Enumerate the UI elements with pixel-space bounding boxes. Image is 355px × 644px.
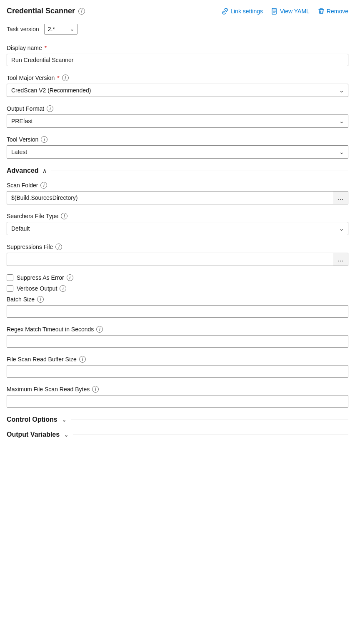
file-scan-read-buffer-size-label: File Scan Read Buffer Size	[7, 356, 77, 363]
yaml-icon	[271, 8, 278, 15]
maximum-file-scan-read-bytes-input[interactable]	[7, 395, 348, 408]
output-variables-section-header[interactable]: Output Variables ⌄	[7, 431, 348, 438]
link-settings-button[interactable]: Link settings	[222, 8, 263, 15]
scan-folder-input[interactable]	[7, 191, 333, 204]
file-scan-read-buffer-size-info-icon[interactable]: i	[79, 356, 86, 363]
verbose-output-checkbox[interactable]	[7, 285, 13, 292]
tool-major-version-info-icon[interactable]: i	[62, 75, 69, 81]
output-variables-section-line	[73, 435, 348, 435]
file-scan-read-buffer-size-group: File Scan Read Buffer Size i	[7, 356, 348, 378]
output-format-group: Output Format i PREfast TSV CSV ⌄	[7, 105, 348, 128]
remove-label: Remove	[327, 8, 348, 15]
searchers-file-type-select[interactable]: Default Custom	[7, 222, 348, 235]
link-settings-label: Link settings	[230, 8, 263, 15]
tool-major-version-select-wrapper: CredScan V2 (Recommended) CredScan V1 ⌄	[7, 84, 348, 97]
task-version-select-wrapper: 2.* 1.* 3.* ⌄	[44, 24, 78, 35]
searchers-file-type-info-icon[interactable]: i	[61, 213, 68, 219]
task-version-row: Task version 2.* 1.* 3.* ⌄	[7, 24, 348, 35]
output-format-select-wrapper: PREfast TSV CSV ⌄	[7, 114, 348, 128]
tool-version-select-wrapper: Latest 1.0.0 ⌄	[7, 145, 348, 159]
batch-size-input[interactable]	[7, 305, 348, 318]
scan-folder-label-row: Scan Folder i	[7, 182, 348, 189]
regex-match-timeout-info-icon[interactable]: i	[96, 326, 103, 333]
svg-line-0	[224, 10, 226, 12]
output-format-info-icon[interactable]: i	[47, 105, 53, 112]
suppress-as-error-row: Suppress As Error i	[7, 274, 348, 281]
suppressions-file-browse-button[interactable]: ...	[333, 253, 348, 266]
maximum-file-scan-read-bytes-group: Maximum File Scan Read Bytes i	[7, 386, 348, 408]
trash-icon	[318, 8, 325, 15]
display-name-input[interactable]	[7, 54, 348, 66]
tool-version-label: Tool Version	[7, 136, 38, 143]
maximum-file-scan-read-bytes-info-icon[interactable]: i	[92, 386, 99, 393]
view-yaml-button[interactable]: View YAML	[271, 8, 310, 15]
tool-version-select[interactable]: Latest 1.0.0	[7, 145, 348, 159]
control-options-section-title: Control Options	[7, 416, 58, 423]
scan-folder-input-wrapper: ...	[7, 191, 348, 204]
task-version-label: Task version	[7, 26, 39, 32]
output-format-label-row: Output Format i	[7, 105, 348, 112]
suppressions-file-info-icon[interactable]: i	[55, 244, 62, 250]
suppressions-file-label: Suppressions File	[7, 244, 53, 250]
control-options-section-header[interactable]: Control Options ⌄	[7, 416, 348, 423]
output-variables-chevron-icon[interactable]: ⌄	[64, 431, 69, 438]
batch-size-info-icon[interactable]: i	[37, 296, 44, 303]
output-variables-section-title: Output Variables	[7, 431, 60, 438]
suppressions-file-label-row: Suppressions File i	[7, 244, 348, 250]
page-title: Credential Scanner	[7, 7, 75, 15]
batch-size-label-row: Batch Size i	[7, 296, 348, 303]
suppressions-file-input[interactable]	[7, 253, 333, 266]
scan-folder-label: Scan Folder	[7, 182, 38, 189]
tool-version-label-row: Tool Version i	[7, 136, 348, 143]
display-name-label-row: Display name *	[7, 45, 348, 51]
file-scan-read-buffer-size-input[interactable]	[7, 365, 348, 378]
control-options-section-line	[71, 420, 348, 420]
tool-major-version-label-row: Tool Major Version * i	[7, 75, 348, 81]
tool-major-version-select[interactable]: CredScan V2 (Recommended) CredScan V1	[7, 84, 348, 97]
task-version-select[interactable]: 2.* 1.* 3.*	[44, 24, 78, 35]
scan-folder-info-icon[interactable]: i	[40, 182, 47, 189]
searchers-file-type-group: Searchers File Type i Default Custom ⌄	[7, 213, 348, 235]
regex-match-timeout-input[interactable]	[7, 335, 348, 348]
file-scan-read-buffer-size-label-row: File Scan Read Buffer Size i	[7, 356, 348, 363]
suppress-as-error-label: Suppress As Error i	[17, 274, 73, 281]
output-format-select[interactable]: PREfast TSV CSV	[7, 114, 348, 128]
suppress-as-error-checkbox[interactable]	[7, 274, 13, 281]
tool-major-version-label: Tool Major Version	[7, 75, 55, 81]
tool-major-version-group: Tool Major Version * i CredScan V2 (Reco…	[7, 75, 348, 97]
advanced-section-line	[51, 171, 348, 171]
maximum-file-scan-read-bytes-label: Maximum File Scan Read Bytes	[7, 386, 90, 393]
suppressions-file-group: Suppressions File i ...	[7, 244, 348, 266]
view-yaml-label: View YAML	[280, 8, 310, 15]
advanced-chevron-icon[interactable]: ∧	[42, 167, 47, 174]
regex-match-timeout-group: Regex Match Timeout in Seconds i	[7, 326, 348, 348]
verbose-output-info-icon[interactable]: i	[60, 285, 66, 292]
advanced-section-title: Advanced	[7, 167, 38, 174]
advanced-section-header[interactable]: Advanced ∧	[7, 167, 348, 174]
searchers-file-type-label-row: Searchers File Type i	[7, 213, 348, 219]
batch-size-label: Batch Size	[7, 296, 35, 303]
display-name-required: *	[45, 45, 47, 51]
searchers-file-type-label: Searchers File Type	[7, 213, 58, 219]
verbose-output-row: Verbose Output i	[7, 285, 348, 292]
header-actions: Link settings View YAML Remove	[222, 8, 348, 15]
display-name-group: Display name *	[7, 45, 348, 66]
suppressions-file-input-wrapper: ...	[7, 253, 348, 266]
batch-size-group: Batch Size i	[7, 296, 348, 318]
page-header: Credential Scanner i Link settings View …	[7, 7, 348, 15]
tool-version-group: Tool Version i Latest 1.0.0 ⌄	[7, 136, 348, 159]
output-format-label: Output Format	[7, 105, 44, 112]
searchers-file-type-select-wrapper: Default Custom ⌄	[7, 222, 348, 235]
regex-match-timeout-label-row: Regex Match Timeout in Seconds i	[7, 326, 348, 333]
tool-major-version-required: *	[57, 75, 59, 81]
suppress-as-error-info-icon[interactable]: i	[67, 274, 73, 281]
title-info-icon[interactable]: i	[78, 8, 85, 15]
tool-version-info-icon[interactable]: i	[41, 136, 48, 143]
remove-button[interactable]: Remove	[318, 8, 348, 15]
header-left: Credential Scanner i	[7, 7, 85, 15]
link-icon	[222, 8, 228, 15]
control-options-chevron-icon[interactable]: ⌄	[62, 416, 67, 423]
regex-match-timeout-label: Regex Match Timeout in Seconds	[7, 326, 94, 333]
display-name-label: Display name	[7, 45, 42, 51]
scan-folder-browse-button[interactable]: ...	[333, 191, 348, 204]
